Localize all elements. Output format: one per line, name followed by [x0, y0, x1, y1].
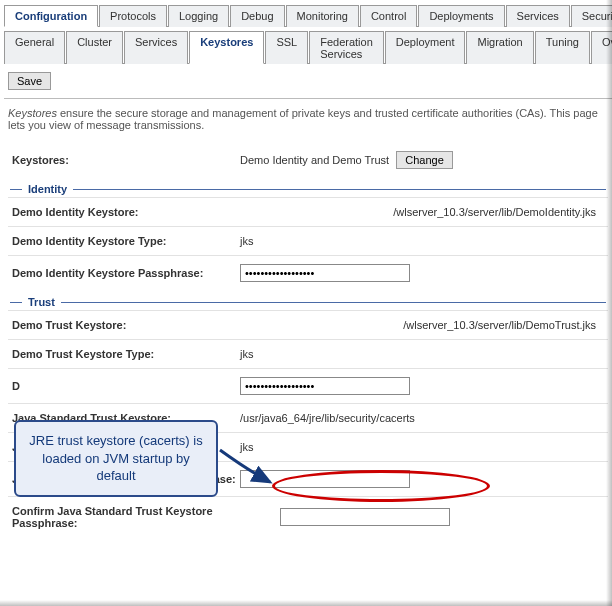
change-button[interactable]: Change — [396, 151, 453, 169]
section-trust: Trust — [8, 290, 608, 310]
tab-control[interactable]: Control — [360, 5, 417, 27]
subtab-general[interactable]: General — [4, 31, 65, 64]
subtab-services[interactable]: Services — [124, 31, 188, 64]
demo-identity-keystore-label: Demo Identity Keystore: — [10, 206, 240, 218]
tab-monitoring[interactable]: Monitoring — [286, 5, 359, 27]
demo-trust-keystore-passphrase-input[interactable] — [240, 377, 410, 395]
keystores-label: Keystores: — [10, 154, 240, 166]
primary-tabs: Configuration Protocols Logging Debug Mo… — [4, 4, 612, 27]
section-identity-title: Identity — [28, 183, 67, 195]
intro-keystores-word: Keystores — [8, 107, 57, 119]
tab-deployments[interactable]: Deployments — [418, 5, 504, 27]
demo-identity-keystore-type-value: jks — [240, 235, 606, 247]
demo-trust-keystore-value: /wlserver_10.3/server/lib/DemoTrust.jks — [240, 319, 606, 331]
subtab-ssl[interactable]: SSL — [265, 31, 308, 64]
tab-logging[interactable]: Logging — [168, 5, 229, 27]
demo-trust-keystore-type-value: jks — [240, 348, 606, 360]
subtab-deployment[interactable]: Deployment — [385, 31, 466, 64]
section-trust-title: Trust — [28, 296, 55, 308]
confirm-java-std-trust-keystore-passphrase-input[interactable] — [280, 508, 450, 526]
java-std-trust-keystore-value: /usr/java6_64/jre/lib/security/cacerts — [240, 412, 606, 424]
keystores-value: Demo Identity and Demo Trust Change — [240, 151, 606, 169]
section-identity: Identity — [8, 177, 608, 197]
confirm-java-std-trust-keystore-passphrase-label: Confirm Java Standard Trust Keystore Pas… — [10, 505, 280, 529]
demo-trust-keystore-label: Demo Trust Keystore: — [10, 319, 240, 331]
arrow-icon — [218, 448, 278, 488]
demo-identity-keystore-passphrase-label: Demo Identity Keystore Passphrase: — [10, 267, 240, 279]
secondary-tabs: General Cluster Services Keystores SSL F… — [4, 30, 612, 64]
tab-protocols[interactable]: Protocols — [99, 5, 167, 27]
callout-box: JRE trust keystore (cacerts) is loaded o… — [14, 420, 218, 497]
subtab-keystores[interactable]: Keystores — [189, 31, 264, 64]
subtab-tuning[interactable]: Tuning — [535, 31, 590, 64]
demo-identity-keystore-passphrase-input[interactable] — [240, 264, 410, 282]
tab-services[interactable]: Services — [506, 5, 570, 27]
tab-configuration[interactable]: Configuration — [4, 5, 98, 27]
demo-trust-keystore-passphrase-label: D — [10, 380, 240, 392]
subtab-migration[interactable]: Migration — [466, 31, 533, 64]
keystores-value-text: Demo Identity and Demo Trust — [240, 154, 389, 166]
subtab-federation-services[interactable]: Federation Services — [309, 31, 384, 64]
demo-identity-keystore-type-label: Demo Identity Keystore Type: — [10, 235, 240, 247]
java-std-trust-keystore-type-value: jks — [240, 441, 606, 453]
subtab-cluster[interactable]: Cluster — [66, 31, 123, 64]
demo-trust-keystore-type-label: Demo Trust Keystore Type: — [10, 348, 240, 360]
save-button[interactable]: Save — [8, 72, 51, 90]
intro-text: Keystores ensure the secure storage and … — [4, 99, 612, 139]
tab-debug[interactable]: Debug — [230, 5, 284, 27]
demo-identity-keystore-value: /wlserver_10.3/server/lib/DemoIdentity.j… — [240, 206, 606, 218]
intro-rest: ensure the secure storage and management… — [8, 107, 598, 131]
